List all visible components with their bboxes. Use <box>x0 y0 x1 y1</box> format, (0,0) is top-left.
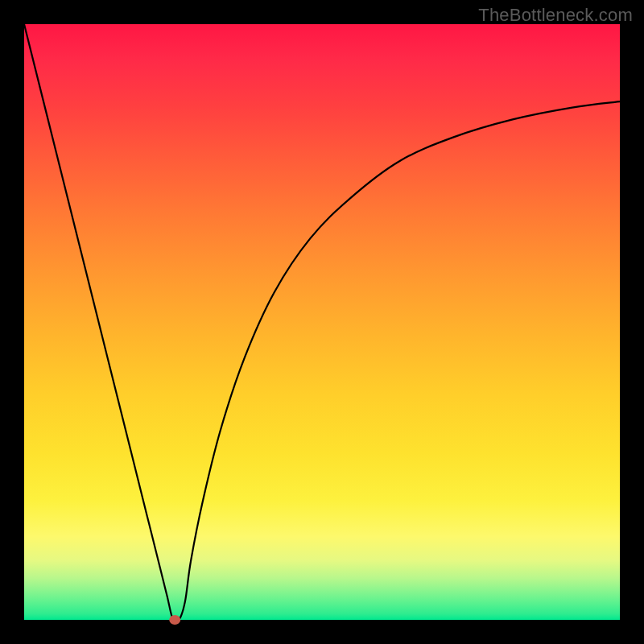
chart-frame: TheBottleneck.com <box>0 0 644 644</box>
watermark-text: TheBottleneck.com <box>478 5 633 26</box>
bottleneck-curve <box>24 24 620 623</box>
curve-layer <box>24 24 620 620</box>
minimum-marker <box>169 615 180 625</box>
plot-area <box>24 24 620 620</box>
